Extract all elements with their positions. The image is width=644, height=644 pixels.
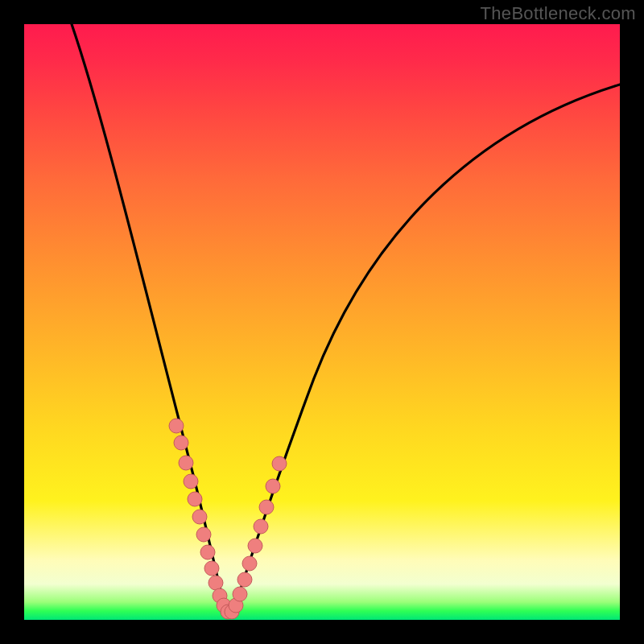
svg-point-22	[272, 456, 287, 471]
svg-point-8	[204, 561, 219, 576]
svg-point-21	[266, 479, 280, 493]
svg-point-20	[259, 500, 274, 514]
svg-point-9	[208, 576, 223, 590]
v-curve-path	[72, 24, 620, 616]
chart-svg	[24, 24, 620, 620]
chart-frame: TheBottleneck.com	[0, 0, 644, 644]
svg-point-5	[192, 510, 207, 524]
svg-point-3	[184, 474, 198, 489]
svg-point-1	[174, 436, 188, 450]
svg-point-17	[242, 556, 257, 571]
plot-area	[24, 24, 620, 620]
svg-point-4	[188, 492, 202, 506]
svg-point-7	[200, 545, 215, 559]
svg-point-15	[233, 587, 247, 601]
svg-point-16	[237, 572, 252, 587]
svg-point-6	[196, 527, 211, 542]
svg-point-0	[169, 419, 184, 433]
svg-point-18	[248, 539, 262, 553]
watermark-text: TheBottleneck.com	[481, 3, 636, 24]
svg-point-19	[254, 519, 268, 534]
svg-point-2	[179, 456, 193, 470]
